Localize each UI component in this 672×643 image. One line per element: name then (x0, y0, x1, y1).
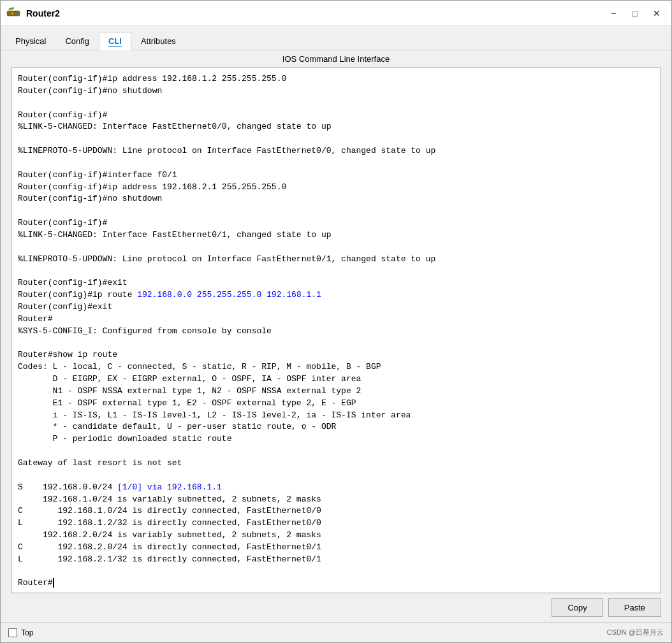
cli-line: Router# (18, 314, 654, 326)
cli-line: L 192.168.1.2/32 is directly connected, … (18, 517, 654, 530)
cli-line: C 192.168.1.0/24 is directly connected, … (18, 505, 654, 517)
cli-line: D - EIGRP, EX - EIGRP external, O - OSPF… (18, 373, 654, 386)
cli-line: 192.168.1.0/24 is variably subnetted, 2 … (18, 494, 654, 506)
tab-cli[interactable]: CLI (99, 32, 131, 50)
cli-line: 192.168.2.0/24 is variably subnetted, 2 … (18, 530, 654, 542)
cli-line: %LINK-5-CHANGED: Interface FastEthernet0… (18, 229, 654, 242)
main-window: Router2 − □ ✕ Physical Config CLI Attrib… (0, 0, 672, 643)
cli-line: Router(config-if)# (18, 110, 654, 122)
cli-line: Codes: L - local, C - connected, S - sta… (18, 361, 654, 373)
top-label: Top (21, 628, 33, 637)
bottom-bar: Copy Paste (1, 593, 671, 622)
cli-line: Router(config-if)#exit (18, 277, 654, 289)
paste-button[interactable]: Paste (608, 598, 661, 617)
title-bar-left: Router2 (6, 6, 60, 21)
cli-line: Router#show ip route (18, 349, 654, 361)
tab-config[interactable]: Config (55, 32, 99, 50)
close-button[interactable]: ✕ (647, 6, 666, 21)
cli-line (18, 205, 654, 217)
cli-line: Router(config-if)#no shutdown (18, 85, 654, 98)
tab-physical[interactable]: Physical (6, 32, 55, 50)
cli-line: Router(config-if)#ip address 192.168.2.1… (18, 182, 654, 194)
tab-bar: Physical Config CLI Attributes (1, 26, 671, 50)
cli-line: Gateway of last resort is not set (18, 458, 654, 470)
cli-line: L 192.168.2.1/32 is directly connected, … (18, 554, 654, 566)
cli-line: Router(config-if)#ip address 192.168.1.2… (18, 73, 654, 85)
cli-line: S 192.168.0.0/24 [1/0] via 192.168.1.1 (18, 482, 654, 494)
cli-line: Router(config-if)# (18, 217, 654, 229)
tab-attributes[interactable]: Attributes (131, 32, 186, 50)
cli-prompt-line[interactable]: Router# (18, 577, 654, 589)
cli-line (18, 445, 654, 458)
cli-line: Router(config)#exit (18, 301, 654, 314)
title-bar-controls: − □ ✕ (604, 6, 666, 21)
cli-area: Router(config-if)#ip address 192.168.1.2… (11, 68, 661, 593)
cli-line (18, 242, 654, 254)
maximize-button[interactable]: □ (625, 6, 645, 21)
svg-rect-3 (15, 12, 18, 15)
cli-line: %LINEPROTO-5-UPDOWN: Line protocol on In… (18, 254, 654, 266)
cli-line (18, 566, 654, 578)
cli-line: i - IS-IS, L1 - IS-IS level-1, L2 - IS-I… (18, 410, 654, 422)
cli-line: Router(config)#ip route 192.168.0.0 255.… (18, 289, 654, 301)
cli-output[interactable]: Router(config-if)#ip address 192.168.1.2… (11, 68, 661, 593)
cli-line (18, 266, 654, 278)
cli-line: %LINK-5-CHANGED: Interface FastEthernet0… (18, 121, 654, 133)
cli-line: C 192.168.2.0/24 is directly connected, … (18, 542, 654, 554)
minimize-button[interactable]: − (604, 6, 623, 21)
window-title: Router2 (26, 8, 60, 18)
cli-line: %SYS-5-CONFIG_I: Configured from console… (18, 326, 654, 338)
cli-line (18, 98, 654, 110)
router-icon (6, 6, 21, 21)
cli-line (18, 470, 654, 482)
cli-line (18, 133, 654, 145)
watermark: CSDN @日星月云 (607, 628, 664, 637)
svg-point-1 (9, 12, 11, 14)
cli-line: Router(config-if)#interface f0/1 (18, 170, 654, 182)
copy-button[interactable]: Copy (551, 598, 603, 617)
cli-line (18, 338, 654, 350)
svg-point-2 (11, 12, 13, 14)
status-bar-left: Top (8, 628, 33, 637)
cli-line (18, 157, 654, 170)
cli-line: P - periodic downloaded static route (18, 433, 654, 445)
cli-line: E1 - OSPF external type 1, E2 - OSPF ext… (18, 398, 654, 410)
status-bar: Top CSDN @日星月云 (1, 622, 671, 642)
section-header: IOS Command Line Interface (1, 50, 671, 68)
cli-line: Router(config-if)#no shutdown (18, 193, 654, 205)
title-bar: Router2 − □ ✕ (1, 1, 671, 26)
cli-line: * - candidate default, U - per-user stat… (18, 421, 654, 433)
cli-line: N1 - OSPF NSSA external type 1, N2 - OSP… (18, 386, 654, 398)
top-checkbox[interactable] (8, 628, 17, 637)
cli-line: %LINEPROTO-5-UPDOWN: Line protocol on In… (18, 145, 654, 157)
